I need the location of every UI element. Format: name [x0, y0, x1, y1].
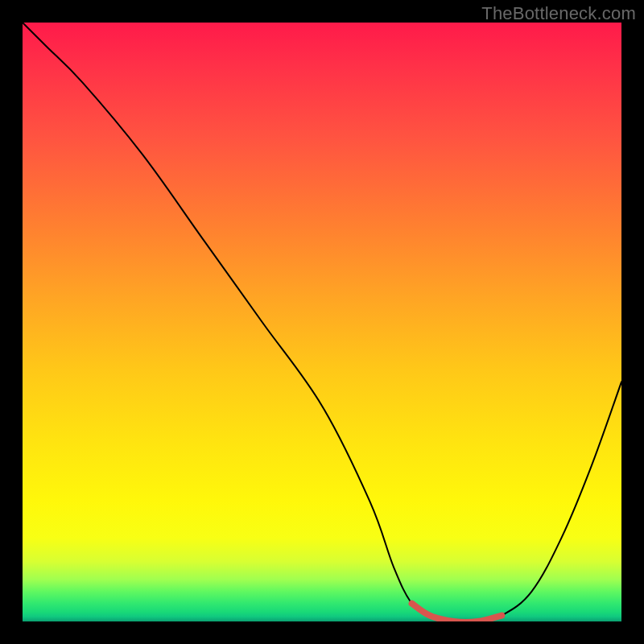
watermark-text: TheBottleneck.com — [481, 3, 636, 24]
plot-area — [23, 23, 621, 621]
curve-layer — [23, 23, 621, 621]
bottleneck-curve — [23, 23, 621, 621]
highlight-segment — [412, 604, 502, 621]
chart-container: TheBottleneck.com — [0, 0, 644, 644]
